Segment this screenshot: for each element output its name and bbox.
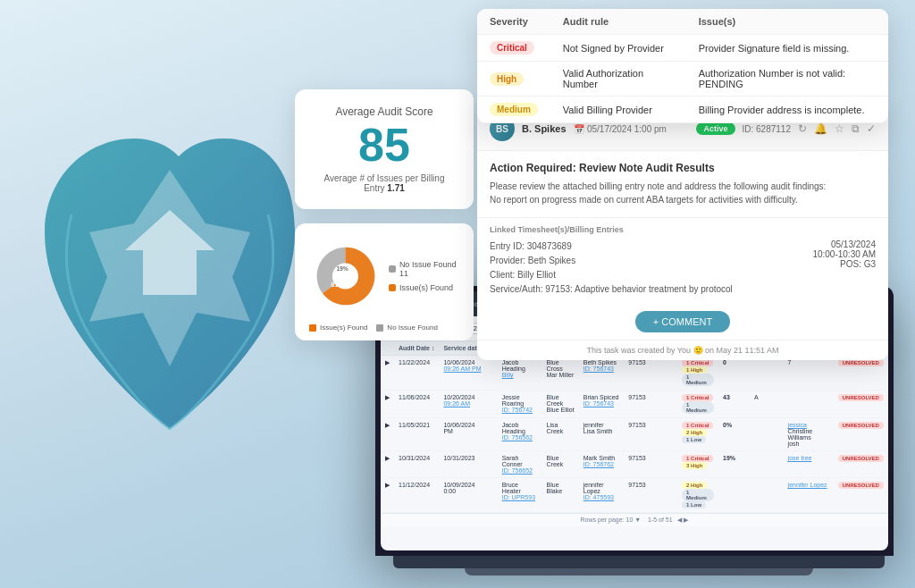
audit-rule-cell: Valid Authorization Number: [550, 62, 686, 97]
audit-score-title: Average Audit Score: [313, 105, 456, 118]
refresh-icon[interactable]: ↻: [798, 122, 807, 135]
payer-cell: Blue CreekBlue Elliot: [542, 391, 579, 418]
issues-cell: 1 Critical 3 High: [677, 451, 718, 478]
severity-cell: Critical: [477, 35, 550, 62]
bell-icon[interactable]: 🔔: [814, 122, 827, 135]
payer-cell: Blue Creek: [542, 451, 579, 478]
next-page[interactable]: ▶: [684, 517, 688, 523]
entry-client: Client: Billy Elliot: [490, 268, 733, 282]
copy-icon[interactable]: ⧉: [852, 122, 860, 135]
audit-rule-col-header: Audit rule: [550, 9, 686, 35]
svg-text:19%: 19%: [337, 265, 348, 272]
table-row[interactable]: ▶ 11/22/2024 10/06/202409:26 AM PM Jacob…: [381, 356, 888, 391]
linked-label: Linked Timesheet(s)/Billing Entries: [490, 225, 876, 234]
severity-table: Severity Audit rule Issue(s) Critical No…: [477, 9, 888, 123]
check-icon[interactable]: ✓: [867, 122, 876, 135]
client-cell: Jessie RoaringID: 756742: [498, 391, 542, 418]
issues-cell: 1 Critical 1 High 1 Medium: [677, 356, 718, 391]
entry-time: 10:00-10:30 AM: [812, 249, 876, 259]
service-code-cell: 97153: [624, 451, 677, 478]
laptop-stand: [465, 568, 813, 575]
payer-cell: Blue Blake: [542, 478, 579, 513]
svg-text:81%: 81%: [331, 281, 344, 289]
payer-cell: Blue CrossMar Miller: [542, 356, 579, 391]
service-code-cell: 97153: [624, 478, 677, 513]
score-cell: 0: [718, 356, 750, 391]
tasks-cell: 7: [784, 356, 834, 391]
table-row: Critical Not Signed by Provider Provider…: [477, 35, 888, 62]
comment-button[interactable]: + COMMENT: [635, 311, 730, 332]
issues-cell: 1 Critical 1 Medium: [677, 391, 718, 418]
audit-score-card: Average Audit Score 85 Average # of Issu…: [295, 89, 474, 209]
pie-chart-svg: 19% 81%: [309, 236, 382, 316]
row-expand[interactable]: ▶: [381, 391, 394, 418]
severity-card: Severity Audit rule Issue(s) Critical No…: [477, 9, 888, 123]
prev-page[interactable]: ◀: [677, 517, 682, 523]
laptop-base: [393, 556, 885, 568]
audit-date-cell: 11/05/2021: [394, 418, 439, 451]
score-cell: 19%: [718, 451, 750, 478]
table-row[interactable]: ▶ 11/06/2024 10/20/202409:26 AM Jessie R…: [381, 391, 888, 418]
row-expand[interactable]: ▶: [381, 478, 394, 513]
service-code-cell: 97153: [624, 418, 677, 451]
labels-cell: [750, 356, 784, 391]
tasks-cell: [784, 391, 834, 418]
provider-cell: Mark SmithID: 756762: [579, 451, 625, 478]
row-expand[interactable]: ▶: [381, 451, 394, 478]
audit-rule-cell: Not Signed by Provider: [550, 35, 686, 62]
star-icon[interactable]: ☆: [835, 122, 844, 135]
issues-cell: 2 High 1 Medium 1 Low: [677, 478, 718, 513]
col-audit-date[interactable]: Audit Date ↕: [394, 341, 439, 356]
severity-col-header: Severity: [477, 9, 550, 35]
issue-cell: Authorization Number is not valid: PENDI…: [686, 62, 888, 97]
table-row[interactable]: ▶ 11/05/2021 10/06/2024PM Jacob HeadingI…: [381, 418, 888, 451]
service-date-cell: 10/09/20240:00: [439, 478, 497, 513]
task-footer: This task was created by You 🙂 on May 21…: [477, 340, 888, 360]
tasks-cell: jennifer Lopez: [784, 478, 834, 513]
table-row[interactable]: ▶ 11/12/2024 10/09/20240:00 Bruce Heater…: [381, 478, 888, 513]
legend-issue: Issue(s) Found: [320, 323, 367, 332]
date-info: 📅: [569, 124, 587, 134]
entry-service: Service/Auth: 97153: Adaptive behavior t…: [490, 282, 733, 297]
rows-per-page[interactable]: Rows per page: 10 ▼: [581, 517, 642, 523]
no-issue-label: No Issue Found 11: [399, 260, 459, 278]
action-required-card: BS B. Spikes 📅 05/17/2024 1:00 pm Active…: [477, 107, 888, 360]
legend-no-issue: No Issue Found: [387, 323, 437, 332]
entry-id: Entry ID: 304873689: [490, 239, 733, 254]
service-date-cell: 10/31/2023: [439, 451, 497, 478]
labels-cell: A: [750, 391, 784, 418]
entry-right: 05/13/2024 10:00-10:30 AM POS: G3: [812, 239, 876, 297]
action-card-body: Action Required: Review Note Audit Resul…: [477, 151, 888, 217]
labels-cell: [750, 451, 784, 478]
service-date-cell: 10/20/202409:26 AM: [439, 391, 497, 418]
audit-score-number: 85: [313, 122, 456, 168]
payer-cell: Lisa Creek: [542, 418, 579, 451]
service-date-cell: 10/06/202409:26 AM PM: [439, 356, 497, 391]
table-row[interactable]: ▶ 10/31/2024 10/31/2023 Sarah ConnerID: …: [381, 451, 888, 478]
table-row: Medium Valid Billing Provider Billing Pr…: [477, 97, 888, 123]
severity-cell: Medium: [477, 97, 550, 123]
severity-cell: High: [477, 62, 550, 97]
client-cell: Sarah ConnerID: 756652: [498, 451, 542, 478]
score-cell: 43: [718, 391, 750, 418]
user-name: B. Spikes: [522, 123, 567, 134]
table-container[interactable]: Audit Date ↕ Service date(s) ↕ Client ↕ …: [381, 341, 888, 536]
row-expand[interactable]: ▶: [381, 356, 394, 391]
provider-cell: Beth SpikesID: 756743: [579, 356, 625, 391]
status-cell: UNRESOLVED: [834, 478, 888, 513]
audit-rule-cell: Valid Billing Provider: [550, 97, 686, 123]
linked-entries: Linked Timesheet(s)/Billing Entries Entr…: [477, 217, 888, 304]
tasks-cell: jose tree: [784, 451, 834, 478]
page-info: 1-5 of 51: [648, 517, 673, 523]
issue-col-header: Issue(s): [686, 9, 888, 35]
row-expand[interactable]: ▶: [381, 418, 394, 451]
status-cell: UNRESOLVED: [834, 418, 888, 451]
service-code-cell: 97153: [624, 391, 677, 418]
active-badge: Active: [696, 122, 735, 135]
entry-provider: Provider: Beth Spikes: [490, 254, 733, 268]
audit-score-subtitle: Average # of Issues per Billing Entry 1.…: [313, 173, 456, 193]
entry-pos: POS: G3: [812, 259, 876, 269]
audit-date-cell: 10/31/2024: [394, 451, 439, 478]
provider-cell: Brian SpicedID: 756743: [579, 391, 625, 418]
audit-date-cell: 11/12/2024: [394, 478, 439, 513]
